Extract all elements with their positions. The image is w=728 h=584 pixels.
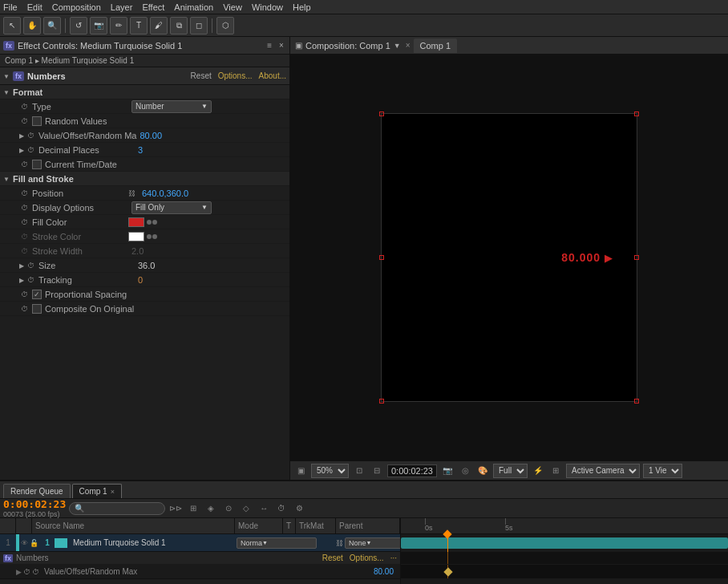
comp-timecode[interactable]: 0:00:02:23 [387,464,437,477]
stopwatch-random[interactable]: ⏱ [19,116,29,126]
fill-color-dot-2[interactable] [152,220,157,225]
comp-fit-btn[interactable]: ⊡ [352,464,366,478]
stopwatch-display[interactable]: ⏱ [19,203,29,213]
options-btn[interactable]: Options... [218,71,253,80]
comp-camera-icon[interactable]: 📷 [440,464,455,478]
view-select[interactable]: 1 Vie [643,464,682,478]
stopwatch-size[interactable]: ⏱ [26,261,35,270]
menu-animation[interactable]: Animation [174,2,213,12]
comp-header-close[interactable]: × [406,41,411,50]
sub-stopwatch[interactable]: ⏱ [23,568,30,576]
comp-tab[interactable]: Comp 1 [414,39,458,53]
comp-aspect-btn[interactable]: ⊟ [370,464,384,478]
section-format[interactable]: Format [0,85,289,99]
menu-window[interactable]: Window [252,2,283,12]
fill-color-dot-1[interactable] [147,220,152,225]
toolbar-btn-clone[interactable]: ⧉ [170,17,188,34]
comp-timeline-tab[interactable]: Comp 1 × [72,484,122,498]
reset-btn[interactable]: Reset [191,71,212,80]
current-time-checkbox[interactable] [32,160,42,169]
stroke-color-dot-1[interactable] [147,234,152,239]
tc-display[interactable]: 0:00:02:23 [3,498,66,510]
stopwatch-position[interactable]: ⏱ [19,189,29,198]
menu-view[interactable]: View [223,2,242,12]
fx-more-btn[interactable]: ··· [390,554,397,562]
size-value[interactable]: 36.0 [138,261,155,270]
position-value[interactable]: 640.0,360.0 [142,189,188,198]
layer-row[interactable]: 1 👁 🔓 1 Medium Turquoise Solid 1 Norma ▼ [0,534,400,552]
menu-file[interactable]: File [3,2,18,12]
tracking-value[interactable]: 0 [138,275,143,285]
stopwatch-fill[interactable]: ⏱ [19,217,29,227]
effect-toggle[interactable] [3,73,10,79]
random-values-checkbox[interactable] [32,116,42,126]
menu-help[interactable]: Help [293,2,311,12]
camera-select[interactable]: Active Camera [566,464,640,478]
menu-edit[interactable]: Edit [27,2,42,12]
fill-stroke-toggle[interactable] [3,176,10,182]
layer-track-bar[interactable] [401,537,728,549]
toolbar-btn-camera[interactable]: 📷 [90,17,107,34]
sub-value[interactable]: 80.00 [374,567,400,576]
stopwatch-prop-spacing[interactable]: ⏱ [19,290,29,299]
sub-triangle[interactable]: ▶ [16,568,22,576]
proportional-spacing-checkbox[interactable] [32,290,42,299]
decimal-toggle[interactable] [19,147,26,153]
quality-select[interactable]: Full [493,464,528,478]
layer-eye-icon[interactable]: 👁 [21,539,28,547]
tl-btn-6[interactable]: ↔ [257,501,271,516]
tl-btn-4[interactable]: ⊙ [221,501,236,516]
stopwatch-stroke-width[interactable]: ⏱ [19,246,29,256]
composite-on-original-checkbox[interactable] [32,304,42,314]
panel-options-btn[interactable]: ≡ [267,41,272,50]
stroke-color-dot-2[interactable] [152,234,157,239]
tl-btn-2[interactable]: ⊞ [186,501,200,516]
comp-header-dropdown[interactable]: ▼ [394,42,401,50]
parent-dropdown[interactable]: None ▼ [345,537,401,549]
format-toggle[interactable] [3,89,10,95]
toolbar-btn-puppet[interactable]: ⬡ [216,17,234,34]
comp-color-btn[interactable]: 🎨 [475,464,490,478]
size-toggle[interactable] [19,262,26,269]
tl-btn-8[interactable]: ⚙ [292,501,306,516]
toolbar-btn-pen[interactable]: ✏ [110,17,127,34]
stopwatch-value[interactable]: ⏱ [26,131,35,140]
menu-effect[interactable]: Effect [142,2,164,12]
stopwatch-type[interactable]: ⏱ [19,102,29,112]
timeline-search[interactable] [69,502,165,515]
comp-grid-btn[interactable]: ⊞ [548,464,563,478]
menu-layer[interactable]: Layer [111,2,133,12]
tl-btn-7[interactable]: ⏱ [274,501,289,516]
sub-stopwatch2[interactable]: ⏱ [32,568,39,576]
display-options-dropdown[interactable]: Fill Only ▼ [131,201,212,214]
toolbar-btn-brush[interactable]: 🖌 [150,17,168,34]
layer-mode-dropdown[interactable]: Norma ▼ [237,537,317,549]
comp-tab-close[interactable]: × [111,488,115,496]
menu-composition[interactable]: Composition [52,2,101,12]
zoom-select[interactable]: 50% [311,464,349,478]
playhead[interactable] [447,534,448,552]
keyframe-diamond[interactable] [443,567,452,576]
type-dropdown[interactable]: Number ▼ [131,100,212,113]
toolbar-btn-text[interactable]: T [130,17,148,34]
comp-snapshot-btn[interactable]: ◎ [458,464,472,478]
decimal-value[interactable]: 3 [138,145,143,155]
tracking-toggle[interactable] [19,277,26,283]
stopwatch-stroke[interactable]: ⏱ [19,232,29,241]
fx-options-btn[interactable]: Options... [350,554,384,562]
section-fill-stroke[interactable]: Fill and Stroke [0,172,289,186]
comp-fast-preview[interactable]: ⚡ [531,464,545,478]
panel-close-btn[interactable]: × [277,41,286,51]
stopwatch-decimal[interactable]: ⏱ [26,145,35,155]
tl-btn-1[interactable]: ⊳⊳ [168,501,183,516]
toolbar-btn-select[interactable]: ↖ [3,17,21,34]
stopwatch-current-time[interactable]: ⏱ [19,160,29,169]
fx-reset-btn[interactable]: Reset [322,554,343,562]
value-value[interactable]: 80.00 [140,131,163,140]
tl-btn-3[interactable]: ◈ [204,501,218,516]
comp-region-btn[interactable]: ▣ [293,464,308,478]
toolbar-btn-eraser[interactable]: ◻ [190,17,208,34]
stroke-width-value[interactable]: 2.0 [131,246,144,256]
layer-lock-icon[interactable]: 🔓 [30,539,38,547]
toolbar-btn-rotate[interactable]: ↺ [70,17,87,34]
